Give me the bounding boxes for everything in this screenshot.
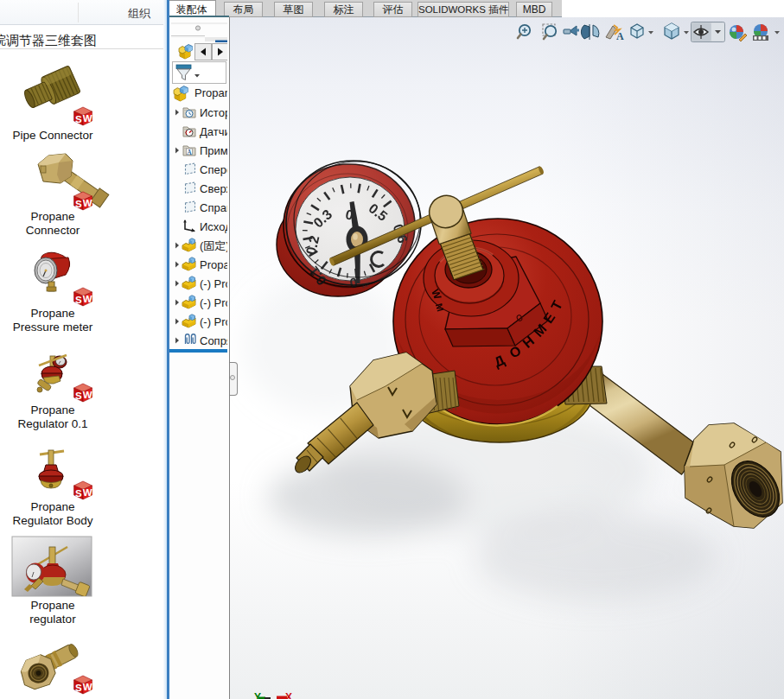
svg-text:W: W (83, 390, 92, 400)
svg-text:regulator: regulator (29, 613, 76, 626)
svg-text:S: S (75, 114, 82, 124)
svg-text:S: S (75, 199, 82, 209)
svg-text:Propan: Propan (194, 86, 227, 99)
svg-text:W: W (83, 198, 92, 208)
svg-text:A: A (616, 30, 624, 42)
svg-text:История: История (200, 106, 227, 119)
svg-text:Propane: Propane (30, 404, 74, 416)
svg-text:S: S (75, 391, 82, 401)
svg-text:S: S (75, 488, 82, 499)
svg-text:Исходная то: Исходная то (200, 220, 227, 233)
svg-text:Regulator Body: Regulator Body (12, 514, 92, 527)
svg-text:Справа: Справа (200, 201, 227, 214)
svg-text:Спереди: Спереди (200, 163, 227, 176)
svg-text:X: X (285, 691, 292, 699)
svg-text:Сопряжени: Сопряжени (200, 334, 227, 347)
svg-text:Примечания: Примечания (200, 144, 227, 157)
svg-text:Propane: Propane (30, 210, 74, 223)
svg-text:W: W (83, 113, 92, 124)
svg-text:(固定) Prop: (固定) Prop (200, 239, 227, 252)
svg-text:Propane: Propane (30, 599, 74, 612)
svg-text:Connector: Connector (26, 224, 80, 237)
svg-text:S: S (75, 295, 82, 305)
svg-text:W: W (83, 682, 92, 692)
svg-text:Propane Re: Propane Re (200, 258, 227, 271)
svg-text:(-) Propane: (-) Propane (200, 315, 227, 328)
svg-text:W: W (83, 487, 92, 498)
svg-text:Сверху: Сверху (200, 182, 227, 195)
svg-text:A: A (187, 149, 192, 156)
svg-text:(-) Propane: (-) Propane (200, 277, 227, 290)
svg-text:Датчики: Датчики (200, 125, 227, 138)
svg-text:Propane: Propane (30, 307, 74, 320)
svg-text:Pressure meter: Pressure meter (13, 321, 93, 334)
svg-text:Propane: Propane (30, 500, 74, 513)
svg-text:W: W (83, 294, 92, 304)
svg-text:Pipe Connector: Pipe Connector (12, 129, 93, 142)
svg-text:S: S (75, 683, 82, 693)
svg-text:(-) Propane: (-) Propane (200, 296, 227, 309)
svg-text:Regulator 0.1: Regulator 0.1 (17, 417, 87, 430)
